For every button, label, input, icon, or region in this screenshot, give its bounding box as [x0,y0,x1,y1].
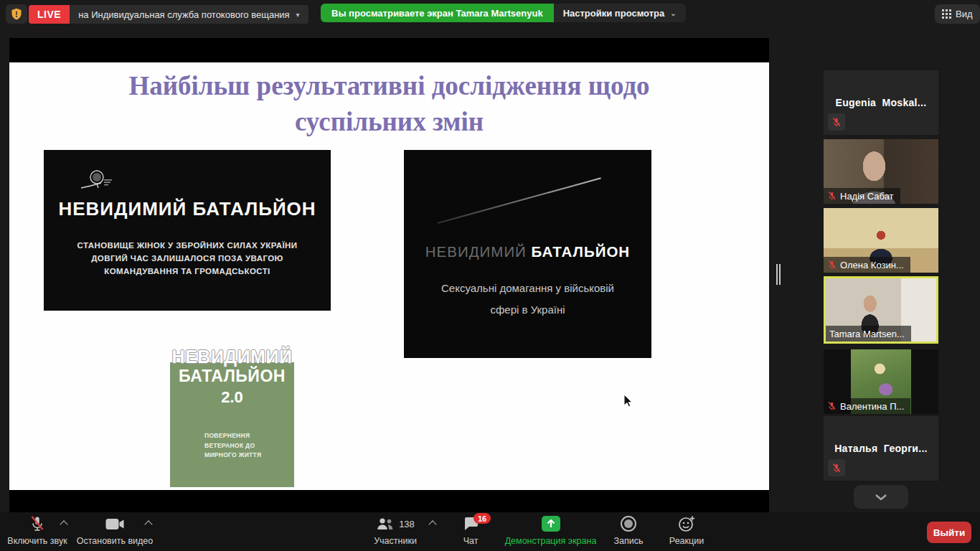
card1-heading: НЕВИДИМИЙ БАТАЛЬЙОН [44,198,331,220]
participant-name: Надія Сабат [840,191,894,202]
mic-muted-icon [29,515,45,532]
viewing-banner-group: Вы просматриваете экран Tamara Martsenyu… [321,4,686,22]
slide-title: Найбільш результативні дослідження щодо … [9,68,769,140]
book-title-line2: 2.0 [170,388,294,407]
slide-image-battalion-2: НЕВИДИМИЙ БАТАЛЬЙОН Сексуальні домагання… [404,150,651,358]
participant-tile-tamara-active[interactable]: Tamara Martsen... [824,276,938,344]
book-subtitle: ПОВЕРНЕННЯ ВЕТЕРАНОК ДО МИРНОГО ЖИТТЯ [204,431,261,461]
book-overlay-title: НЕВИДИМИЙ [170,347,294,367]
stream-destination-dropdown[interactable]: на Индивидуальная служба потокового веща… [70,5,308,24]
participant-name: Tamara Martsen... [829,329,905,339]
chevron-down-icon [875,494,887,501]
participant-name: Олена Козин... [840,260,904,270]
participant-nameplate: Валентина П... [824,398,910,414]
participant-tile-eugenia[interactable]: Eugenia Moskal... [824,70,938,135]
sidebar-resize-handle[interactable] [776,264,781,285]
mic-muted-icon [827,260,837,270]
participant-nameplate: Олена Козин... [824,257,910,273]
record-button[interactable]: Запись [599,515,658,546]
book-title-line1: БАТАЛЬЙОН [170,367,294,386]
viewing-screen-banner: Вы просматриваете экран Tamara Martsenyu… [321,4,554,22]
participant-tile-olena[interactable]: Олена Козин... [824,208,938,273]
chevron-down-icon: ⌄ [670,9,676,17]
shield-exclamation-icon [11,8,22,20]
slide-image-battalion-2-0-book: НЕВИДИМИЙ БАТАЛЬЙОН 2.0 ПОВЕРНЕННЯ ВЕТЕР… [170,348,294,487]
mic-muted-icon [827,191,837,201]
live-badge: LIVE [29,5,70,24]
record-icon [621,516,636,532]
slide-image-battalion-1: НЕВИДИМИЙ БАТАЛЬЙОН СТАНОВИЩЕ ЖІНОК У ЗБ… [44,150,331,311]
card2-subtitle: Сексуальні домагання у військовій сфері … [404,278,651,321]
view-settings-dropdown[interactable]: Настройки просмотра ⌄ [554,4,686,22]
participant-tile-natalia[interactable]: Наталья Георги... [824,416,938,481]
participants-button[interactable]: 138 Участники [362,515,428,546]
participant-nameplate: Tamara Martsen... [826,326,911,342]
show-more-participants-button[interactable] [854,485,908,509]
share-screen-icon [542,516,560,532]
caret-down-icon: ▾ [296,11,300,19]
unmute-button[interactable]: Включить звук [6,515,69,546]
mic-muted-icon [827,401,837,411]
card2-heading: НЕВИДИМИЙ БАТАЛЬЙОН [404,243,651,260]
mic-muted-icon [828,113,845,131]
view-button[interactable]: Вид [935,4,980,24]
chat-unread-badge: 16 [473,513,491,524]
participant-nameplate: Надія Сабат [824,188,900,204]
card1-subtitle: СТАНОВИЩЕ ЖІНОК У ЗБРОЙНИХ СИЛАХ УКРАЇНИ… [44,240,331,278]
participants-count: 138 [399,519,415,529]
camera-icon [105,518,124,530]
decorative-diagonal-line [438,177,601,224]
participant-name: Валентина П... [840,401,904,412]
mic-muted-icon [828,459,845,476]
leave-meeting-button[interactable]: Выйти [927,522,971,543]
participants-icon [376,517,395,531]
stop-video-button[interactable]: Остановить видео [75,515,155,546]
participant-tile-nadiia[interactable]: Надія Сабат [824,139,938,204]
grid-icon [942,9,951,19]
encryption-shield-button[interactable] [6,4,27,24]
womens-fund-logo-icon [80,168,117,201]
participant-tile-valentyna[interactable]: Валентина П... [824,349,938,414]
share-screen-button[interactable]: Демонстрация экрана [495,515,606,546]
zoom-meeting-window: LIVE на Индивидуальная служба потокового… [0,0,980,551]
reactions-button[interactable]: Реакции [658,515,715,546]
mouse-cursor-icon [623,395,633,408]
reactions-smiley-icon [678,515,695,532]
live-stream-control[interactable]: LIVE на Индивидуальная служба потокового… [29,5,308,24]
